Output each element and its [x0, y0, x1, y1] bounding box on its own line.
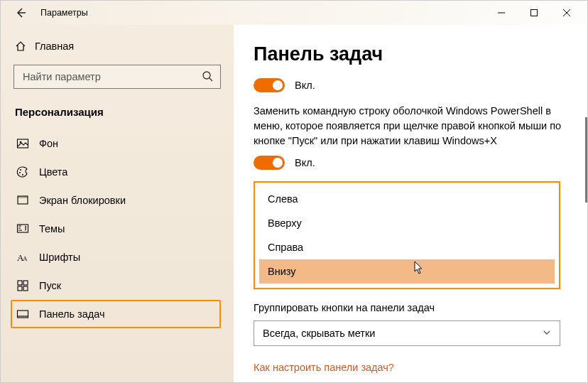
themes-icon: [16, 222, 39, 235]
toggle-taskbar-enabled-row: Вкл.: [254, 78, 569, 92]
nav-home-label: Главная: [35, 41, 74, 52]
minimize-button[interactable]: [485, 1, 518, 24]
titlebar: Параметры: [1, 1, 587, 25]
chevron-down-icon: [543, 328, 551, 339]
dropdown-option-bottom[interactable]: Внизу: [259, 259, 555, 284]
taskbar-icon: [16, 308, 39, 320]
powershell-description: Заменить командную строку оболочкой Wind…: [254, 104, 573, 149]
lockscreen-icon: [16, 194, 39, 207]
scrollbar-track[interactable]: [585, 25, 587, 383]
sidebar-item-themes[interactable]: Темы: [13, 215, 221, 243]
svg-line-6: [209, 78, 212, 81]
svg-rect-2: [531, 10, 538, 16]
svg-rect-17: [18, 281, 22, 285]
toggle-powershell-label: Вкл.: [295, 157, 315, 168]
sidebar-item-colors[interactable]: Цвета: [13, 158, 221, 186]
content-area: Панель задач Вкл. Заменить командную стр…: [234, 25, 587, 383]
svg-point-11: [22, 174, 23, 176]
dropdown-option-left[interactable]: Слева: [259, 187, 555, 211]
scrollbar-thumb[interactable]: [585, 117, 587, 203]
dropdown-option-label: Вверху: [268, 217, 302, 229]
back-button[interactable]: [9, 1, 32, 24]
svg-rect-18: [23, 281, 28, 285]
cursor-icon: [414, 261, 424, 275]
sidebar-item-label: Экран блокировки: [39, 195, 126, 206]
search-icon: [202, 70, 213, 84]
search-box[interactable]: [13, 65, 221, 89]
dropdown-option-right[interactable]: Справа: [259, 235, 555, 259]
sidebar-item-lockscreen[interactable]: Экран блокировки: [13, 186, 221, 215]
dropdown-option-label: Слева: [268, 193, 298, 205]
group-buttons-label: Группировать кнопки на панели задач: [254, 302, 569, 313]
fonts-icon: AA: [16, 251, 39, 264]
sidebar-item-label: Шрифты: [39, 252, 80, 263]
dropdown-option-top[interactable]: Вверху: [259, 211, 555, 235]
sidebar-item-label: Фон: [39, 138, 58, 149]
svg-point-5: [203, 72, 210, 79]
group-buttons-combobox[interactable]: Всегда, скрывать метки: [254, 320, 560, 346]
maximize-button[interactable]: [518, 1, 550, 24]
help-link[interactable]: Как настроить панели задач?: [254, 362, 569, 373]
search-input[interactable]: [21, 70, 202, 83]
sidebar-item-taskbar[interactable]: Панель задач: [11, 300, 221, 328]
sidebar-item-label: Темы: [39, 223, 65, 234]
svg-rect-13: [18, 196, 28, 198]
toggle-taskbar-enabled[interactable]: [254, 78, 285, 92]
sidebar-item-label: Панель задач: [39, 308, 105, 320]
dropdown-listbox: Слева Вверху Справа Внизу: [259, 187, 555, 284]
toggle-powershell-row: Вкл.: [254, 156, 569, 170]
svg-point-9: [20, 169, 21, 171]
home-icon: [15, 41, 35, 52]
svg-rect-19: [18, 286, 22, 291]
window-title: Параметры: [40, 8, 88, 18]
toggle-powershell[interactable]: [254, 156, 285, 170]
sidebar-item-label: Пуск: [39, 280, 61, 291]
svg-text:A: A: [23, 255, 28, 262]
close-button[interactable]: [550, 1, 583, 24]
dropdown-option-label: Справа: [268, 242, 303, 253]
group-buttons-value: Всегда, скрывать метки: [263, 328, 375, 339]
svg-rect-20: [23, 286, 28, 291]
page-title: Панель задач: [254, 43, 569, 65]
picture-icon: [16, 137, 39, 150]
start-icon: [16, 279, 39, 292]
toggle-taskbar-enabled-label: Вкл.: [295, 80, 315, 91]
sidebar-item-label: Цвета: [39, 166, 67, 178]
taskbar-position-dropdown: Слева Вверху Справа Внизу: [254, 181, 560, 289]
sidebar-item-start[interactable]: Пуск: [13, 271, 221, 300]
sidebar-section-title: Персонализация: [15, 106, 221, 118]
palette-icon: [16, 166, 39, 178]
dropdown-option-label: Внизу: [268, 266, 296, 277]
nav-home[interactable]: Главная: [13, 33, 221, 65]
sidebar-item-background[interactable]: Фон: [13, 129, 221, 158]
sidebar: Главная Персонализация Фон Цвета Э: [1, 25, 234, 383]
svg-point-10: [19, 172, 21, 173]
sidebar-item-fonts[interactable]: AA Шрифты: [13, 243, 221, 271]
